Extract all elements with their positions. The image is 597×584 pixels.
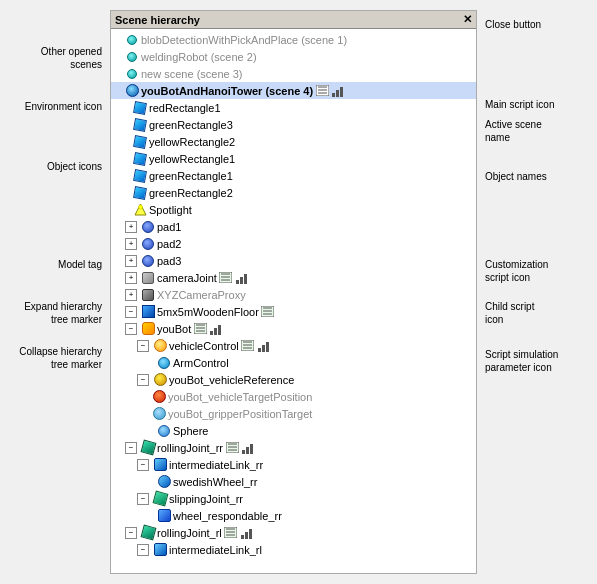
rolling-icon	[141, 441, 155, 455]
collapse-toggle[interactable]: −	[137, 374, 149, 386]
label-expand-marker: Expand hierarchytree marker	[0, 300, 102, 326]
label-other-scenes: Other openedscenes	[0, 45, 102, 71]
panel-title: Scene hierarchy	[115, 14, 200, 26]
vehicleTarget-label: youBot_vehicleTargetPosition	[168, 391, 312, 403]
yellowRectangle1-label: yellowRectangle1	[149, 153, 235, 165]
scene4-label: youBotAndHanoiTower (scene 4)	[141, 85, 313, 97]
tree-row[interactable]: − vehicleControl	[111, 337, 476, 354]
pad-icon	[141, 254, 155, 268]
active-scene-row[interactable]: youBotAndHanoiTower (scene 4)	[111, 82, 476, 99]
sphere-label: Sphere	[173, 425, 208, 437]
tree-row[interactable]: − intermediateLink_rr	[111, 456, 476, 473]
tree-row[interactable]: weldingRobot (scene 2)	[111, 48, 476, 65]
label-object-names: Object names	[485, 170, 547, 183]
tree-row[interactable]: ArmControl	[111, 354, 476, 371]
ref-icon	[153, 373, 167, 387]
tree-row[interactable]: yellowRectangle2	[111, 133, 476, 150]
tree-row[interactable]: − youBot	[111, 320, 476, 337]
child-script-icon	[193, 322, 207, 336]
collapse-toggle[interactable]: −	[137, 340, 149, 352]
pad-icon	[141, 220, 155, 234]
spotlight-row[interactable]: Spotlight	[111, 201, 476, 218]
collapse-toggle[interactable]: −	[137, 493, 149, 505]
bars-icon	[235, 271, 249, 285]
tree-row[interactable]: redRectangle1	[111, 99, 476, 116]
gripperTarget-label: youBot_gripperPositionTarget	[168, 408, 312, 420]
tree-row[interactable]: greenRectangle3	[111, 116, 476, 133]
joint-icon	[141, 271, 155, 285]
tree-row[interactable]: − rollingJoint_rr	[111, 439, 476, 456]
pad3-label: pad3	[157, 255, 181, 267]
floor-label: 5mx5mWoodenFloor	[157, 306, 259, 318]
tree-row[interactable]: youBot_gripperPositionTarget	[111, 405, 476, 422]
tree-row[interactable]: Sphere	[111, 422, 476, 439]
target-icon	[152, 390, 166, 404]
tree-container[interactable]: blobDetectionWithPickAndPlace (scene 1) …	[111, 29, 476, 569]
tree-row[interactable]: + pad2	[111, 235, 476, 252]
cube-icon	[133, 169, 147, 183]
expand-toggle[interactable]: +	[125, 289, 137, 301]
bars-icon	[257, 339, 271, 353]
pad2-label: pad2	[157, 238, 181, 250]
scene1-label: blobDetectionWithPickAndPlace (scene 1)	[141, 34, 347, 46]
scene3-label: new scene (scene 3)	[141, 68, 243, 80]
slipping-icon	[153, 492, 167, 506]
collapse-toggle[interactable]: −	[137, 544, 149, 556]
svg-point-5	[138, 205, 142, 209]
label-close-btn: Close button	[485, 18, 541, 31]
scene2-label: weldingRobot (scene 2)	[141, 51, 257, 63]
tree-row[interactable]: − rollingJoint_rl	[111, 524, 476, 541]
floor-icon	[141, 305, 155, 319]
tree-row[interactable]: + pad3	[111, 252, 476, 269]
collapse-toggle[interactable]: −	[125, 527, 137, 539]
rollingJointRL-label: rollingJoint_rl	[157, 527, 222, 539]
tree-row[interactable]: − intermediateLink_rl	[111, 541, 476, 558]
tree-row[interactable]: + XYZCameraProxy	[111, 286, 476, 303]
tree-row[interactable]: swedishWheel_rr	[111, 473, 476, 490]
vehicle-icon	[153, 339, 167, 353]
tree-row[interactable]: + pad1	[111, 218, 476, 235]
label-child-script: Child scripticon	[485, 300, 534, 326]
youBot-label: youBot	[157, 323, 191, 335]
close-button[interactable]: ✕	[463, 13, 472, 26]
tree-row[interactable]: − slippingJoint_rr	[111, 490, 476, 507]
expand-toggle[interactable]: +	[125, 255, 137, 267]
redRectangle1-label: redRectangle1	[149, 102, 221, 114]
tree-row[interactable]: + cameraJoint	[111, 269, 476, 286]
collapse-toggle[interactable]: −	[125, 442, 137, 454]
tree-row[interactable]: greenRectangle1	[111, 167, 476, 184]
expand-toggle[interactable]: +	[125, 221, 137, 233]
tree-row[interactable]: youBot_vehicleTargetPosition	[111, 388, 476, 405]
label-collapse-marker: Collapse hierarchytree marker	[0, 345, 102, 371]
wheelRespRR-label: wheel_respondable_rr	[173, 510, 282, 522]
rollingJointRR-label: rollingJoint_rr	[157, 442, 223, 454]
collapse-toggle[interactable]: −	[137, 459, 149, 471]
pad1-label: pad1	[157, 221, 181, 233]
tree-row[interactable]: wheel_respondable_rr	[111, 507, 476, 524]
tree-row[interactable]: blobDetectionWithPickAndPlace (scene 1)	[111, 31, 476, 48]
cameraJoint-label: cameraJoint	[157, 272, 217, 284]
expand-toggle[interactable]: +	[125, 272, 137, 284]
armControl-label: ArmControl	[173, 357, 229, 369]
child-script-icon	[261, 305, 275, 319]
cube-icon	[133, 186, 147, 200]
tree-row[interactable]: yellowRectangle1	[111, 150, 476, 167]
label-custom-script: Customizationscript icon	[485, 258, 548, 284]
robot-icon	[141, 322, 155, 336]
cube-icon	[133, 152, 147, 166]
tree-row[interactable]: new scene (scene 3)	[111, 65, 476, 82]
pad-icon	[141, 237, 155, 251]
sphere-blue-icon	[157, 424, 171, 438]
expand-toggle[interactable]: +	[125, 238, 137, 250]
tree-row[interactable]: − youBot_vehicleReference	[111, 371, 476, 388]
collapse-toggle[interactable]: −	[125, 323, 137, 335]
child-script-icon	[224, 526, 238, 540]
camera-icon	[141, 288, 155, 302]
tree-row[interactable]: greenRectangle2	[111, 184, 476, 201]
tree-row[interactable]: − 5mx5mWoodenFloor	[111, 303, 476, 320]
label-active-scene: Active scenename	[485, 118, 542, 144]
collapse-toggle[interactable]: −	[125, 306, 137, 318]
child-script-icon	[225, 441, 239, 455]
main-container: Other openedscenes Environment icon Obje…	[0, 0, 597, 584]
gripper-icon	[152, 407, 166, 421]
